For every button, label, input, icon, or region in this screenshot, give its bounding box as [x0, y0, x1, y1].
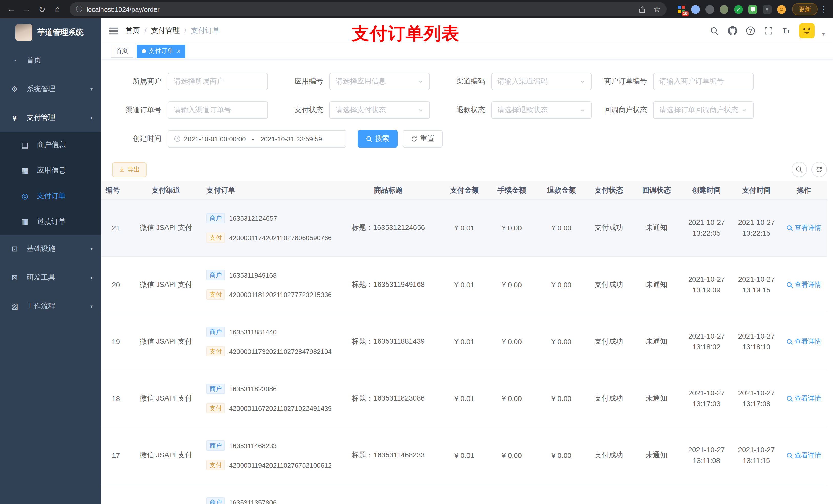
sidebar-item-label: 首页: [27, 56, 41, 65]
merchant-select[interactable]: 请选择所属商户: [168, 73, 268, 90]
sidebar-item-merchant-info[interactable]: ▤ 商户信息: [0, 132, 101, 158]
app-grid-icon: ▦: [21, 166, 29, 175]
app-select[interactable]: 请选择应用信息: [329, 73, 430, 90]
extension-pin-icon[interactable]: [763, 5, 771, 14]
cell-title: [334, 484, 443, 504]
sidebar-item-pay[interactable]: ¥ 支付管理 ▴: [0, 103, 101, 132]
cell-id: 18: [101, 370, 134, 427]
cell-pay-status: 支付成功: [586, 370, 632, 427]
extension-drop-icon[interactable]: [691, 5, 700, 14]
table-row: 19 微信 JSAPI 支付 商户 1635311881440 支付 42000…: [101, 313, 827, 370]
sidebar-item-label: 支付管理: [27, 113, 55, 122]
sidebar-item-infra[interactable]: ⊡ 基础设施 ▾: [0, 235, 101, 263]
chevron-up-icon: ▴: [90, 115, 93, 120]
browser-forward-button[interactable]: →: [20, 2, 34, 16]
cell-fee: ¥ 0.00: [486, 313, 538, 370]
refund-status-select[interactable]: 请选择退款状态: [491, 101, 592, 119]
export-button[interactable]: 导出: [112, 162, 146, 177]
sidebar-item-pay-order[interactable]: ◎ 支付订单: [0, 183, 101, 209]
search-icon[interactable]: [710, 26, 720, 36]
svg-text:T: T: [783, 27, 787, 34]
share-icon[interactable]: [637, 4, 647, 14]
tab-home[interactable]: 首页: [111, 44, 133, 57]
browser-menu-icon[interactable]: ⋮: [819, 5, 829, 14]
merchant-order-no: 1635312124657: [229, 214, 277, 222]
svg-text:?: ?: [749, 28, 752, 33]
cell-id: 20: [101, 257, 134, 313]
help-icon[interactable]: ?: [745, 26, 756, 36]
tab-pay-order[interactable]: 支付订单 ×: [137, 44, 186, 57]
notify-status-select[interactable]: 请选择订单回调商户状态: [653, 101, 754, 119]
merchant-order-no: 1635311881440: [229, 328, 277, 336]
breadcrumb-home[interactable]: 首页: [125, 26, 140, 35]
cell-refund: ¥ 0.00: [538, 370, 586, 427]
sidebar-item-app-info[interactable]: ▦ 应用信息: [0, 158, 101, 183]
cell-amount: ¥ 0.01: [443, 313, 486, 370]
chevron-down-icon: [418, 107, 424, 113]
fullscreen-icon[interactable]: [763, 26, 774, 36]
cell-pay-time: 2021-10-2713:11:15: [732, 427, 781, 483]
browser-reload-button[interactable]: ↻: [35, 2, 49, 16]
chevron-down-icon: [579, 107, 586, 113]
sidebar-item-home[interactable]: ◔ 首页: [0, 46, 101, 75]
extension-chat-icon[interactable]: [748, 5, 757, 14]
table-refresh-button[interactable]: [811, 162, 827, 177]
extension-check-icon[interactable]: ✓: [734, 5, 743, 14]
search-button[interactable]: 搜索: [358, 130, 398, 147]
sidebar-item-workflow[interactable]: ▨ 工作流程 ▾: [0, 292, 101, 321]
sidebar-item-system[interactable]: ⚙ 系统管理 ▾: [0, 75, 101, 103]
cell-title: 标题：1635311881439: [334, 313, 443, 370]
merchant-tag: 商户: [207, 497, 225, 504]
extension-grid-icon[interactable]: 10: [677, 5, 686, 14]
view-detail-link[interactable]: 查看详情: [786, 337, 821, 346]
avatar-caret-icon[interactable]: ▾: [822, 31, 825, 37]
pay-status-select[interactable]: 请选择支付状态: [329, 101, 430, 119]
channel-order-input[interactable]: 请输入渠道订单号: [168, 101, 268, 119]
col-header-pay-time: 支付时间: [732, 186, 781, 195]
sidebar-item-refund-order[interactable]: ▥ 退款订单: [0, 209, 101, 235]
close-icon[interactable]: ×: [177, 47, 180, 54]
merchant-order-input[interactable]: 请输入商户订单编号: [653, 73, 754, 90]
browser-extensions: 10 ✓: [677, 5, 786, 14]
browser-home-button[interactable]: ⌂: [50, 2, 65, 16]
pay-order-no: 4200001174202110278060590766: [229, 234, 332, 241]
browser-back-button[interactable]: ←: [4, 2, 19, 16]
site-info-icon[interactable]: ⓘ: [76, 5, 82, 14]
extension-olive-icon[interactable]: [720, 5, 729, 14]
cell-action: 查看详情: [781, 200, 827, 256]
dashboard-icon: ◔: [10, 56, 19, 65]
font-size-icon[interactable]: TT: [781, 26, 791, 36]
cell-pay-time: 2021-10-2713:22:15: [732, 200, 781, 256]
create-time-range-picker[interactable]: 2021-10-01 00:00:00 - 2021-10-31 23:59:5…: [168, 130, 346, 147]
merchant-tag: 商户: [207, 213, 225, 223]
cell-create-time: 2021-10-2713:11:08: [681, 427, 732, 483]
cell-fee: ¥ 0.00: [486, 200, 538, 256]
field-label: 支付状态: [274, 105, 329, 115]
cell-pay-channel: 微信 JSAPI 支付: [134, 313, 198, 370]
view-detail-link[interactable]: 查看详情: [786, 280, 821, 289]
view-detail-link[interactable]: 查看详情: [786, 223, 821, 233]
sidebar-item-devtools[interactable]: ⊠ 研发工具 ▾: [0, 263, 101, 292]
sidebar-item-label: 退款订单: [37, 217, 66, 226]
bookmark-star-icon[interactable]: ☆: [653, 5, 660, 14]
table-search-toggle-button[interactable]: [791, 162, 807, 177]
reset-button[interactable]: 重置: [403, 130, 443, 147]
user-avatar[interactable]: [799, 23, 814, 39]
cell-amount: ¥ 0.01: [443, 427, 486, 483]
cell-pay-time: 2021-10-2713:17:08: [732, 370, 781, 427]
extension-dark-icon[interactable]: [706, 5, 714, 14]
view-detail-link[interactable]: 查看详情: [786, 451, 821, 460]
address-bar[interactable]: ⓘ localhost:1024/pay/order ☆: [70, 2, 667, 16]
view-detail-link[interactable]: 查看详情: [786, 394, 821, 403]
breadcrumb-pay-manage[interactable]: 支付管理: [151, 26, 180, 35]
cell-create-time: 2021-10-2713:19:09: [681, 257, 732, 313]
col-header-title: 商品标题: [334, 186, 443, 195]
channel-code-select[interactable]: 请输入渠道编码: [491, 73, 592, 90]
cell-amount: ¥ 0.01: [443, 200, 486, 256]
hamburger-icon[interactable]: [109, 27, 118, 34]
cell-refund: ¥ 0.00: [538, 427, 586, 483]
cell-create-time: 2021-10-2713:18:02: [681, 313, 732, 370]
browser-update-button[interactable]: 更新: [792, 3, 818, 15]
extension-emoji-icon[interactable]: [777, 5, 786, 14]
github-icon[interactable]: [728, 26, 738, 36]
